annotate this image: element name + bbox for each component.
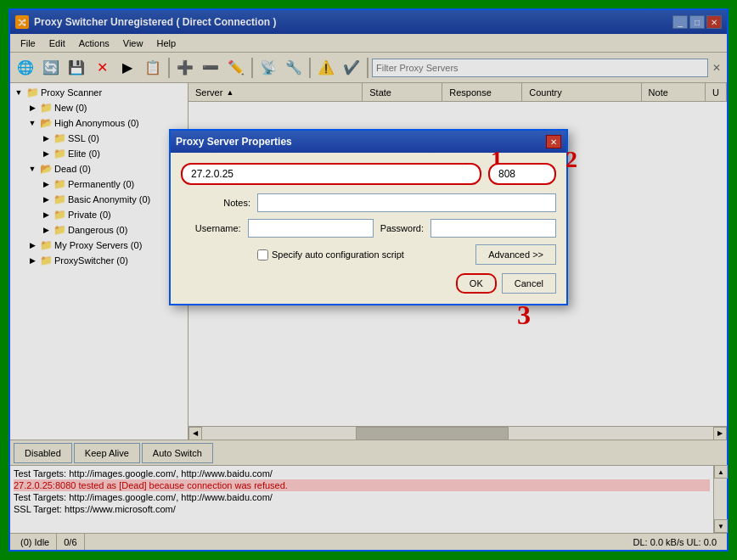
port-input-container: 2 xyxy=(488,163,556,185)
password-input[interactable] xyxy=(430,219,556,238)
port-input[interactable] xyxy=(488,163,556,185)
auto-config-label[interactable]: Specify auto configuration script xyxy=(272,249,404,260)
dialog-body: 1 2 Notes: Username: xyxy=(171,153,566,304)
dialog-close-button[interactable]: ✕ xyxy=(546,135,561,148)
annotation-3: 3 xyxy=(517,300,531,331)
notes-label: Notes: xyxy=(181,198,257,208)
server-input[interactable] xyxy=(181,163,481,185)
notes-row: Notes: xyxy=(181,193,556,212)
notes-input[interactable] xyxy=(257,193,556,212)
server-input-container: 1 xyxy=(181,163,481,185)
checkbox-row: Specify auto configuration script Advanc… xyxy=(257,244,556,265)
dialog-title-bar: Proxy Server Properties ✕ xyxy=(171,131,566,153)
advanced-button[interactable]: Advanced >> xyxy=(475,244,556,265)
dialog-title: Proxy Server Properties xyxy=(176,136,546,148)
auto-config-checkbox[interactable] xyxy=(257,249,268,260)
username-label: Username: xyxy=(181,223,248,233)
password-label: Password: xyxy=(374,223,430,233)
proxy-server-properties-dialog: Proxy Server Properties ✕ 1 2 xyxy=(169,129,568,305)
dialog-overlay: Proxy Server Properties ✕ 1 2 xyxy=(10,10,727,550)
cancel-button[interactable]: Cancel xyxy=(502,273,556,294)
credentials-row: Username: Password: xyxy=(181,219,556,238)
annotation-2: 2 xyxy=(565,146,577,173)
username-input[interactable] xyxy=(248,219,374,238)
ok-button[interactable]: OK xyxy=(456,273,497,294)
server-port-row: 1 2 xyxy=(181,163,556,185)
dialog-button-row: OK Cancel 3 xyxy=(181,273,556,294)
main-window: 🔀 Proxy Switcher Unregistered ( Direct C… xyxy=(8,8,729,552)
